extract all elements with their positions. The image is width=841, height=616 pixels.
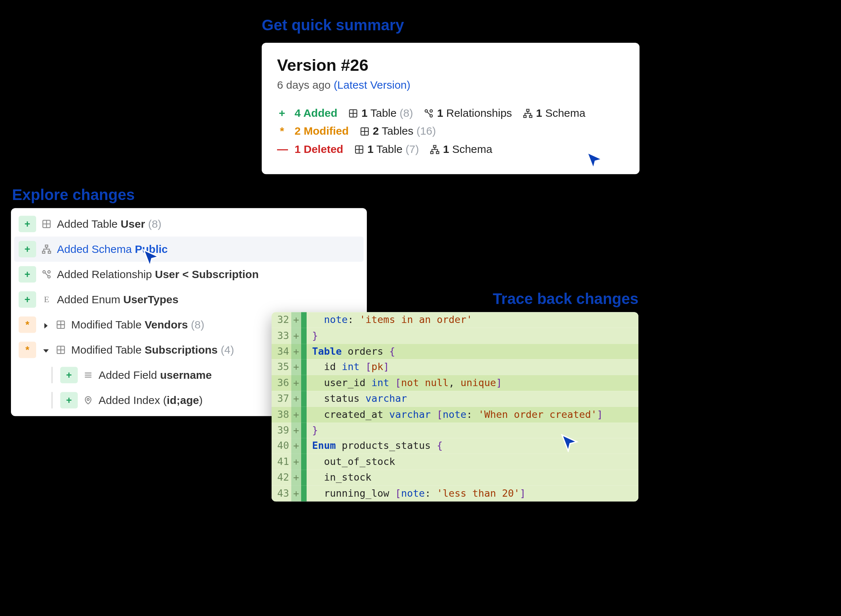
table-icon: [348, 109, 358, 118]
code-diff-panel: 32+ note: 'items in an order' 33+ } 34+ …: [272, 312, 638, 501]
svg-rect-17: [437, 151, 439, 154]
change-added-relationship[interactable]: + Added Relationship User < Subscription: [14, 262, 364, 287]
chevron-right-icon[interactable]: [42, 320, 50, 329]
table-icon: [360, 126, 369, 136]
code-line: 33+ }: [272, 328, 638, 343]
code-line: 43+ running_low [note: 'less than 20']: [272, 485, 638, 501]
svg-rect-23: [48, 251, 51, 253]
plus-icon: +: [19, 266, 36, 282]
change-added-enum[interactable]: + E Added Enum UserTypes: [14, 287, 364, 312]
table-icon: [354, 145, 364, 154]
field-icon: [83, 370, 93, 380]
plus-icon: +: [19, 241, 36, 257]
schema-icon: [430, 145, 440, 154]
schema-icon: [523, 109, 533, 118]
index-icon: [83, 395, 93, 405]
relationship-icon: [42, 269, 51, 279]
code-line: 36+ user_id int [not null, unique]: [272, 375, 638, 391]
latest-version-link[interactable]: (Latest Version): [334, 79, 410, 91]
table-icon: [42, 219, 51, 229]
svg-rect-21: [45, 245, 48, 248]
minus-icon: —: [277, 143, 287, 156]
svg-rect-15: [434, 145, 436, 147]
plus-icon: +: [60, 392, 78, 408]
svg-rect-7: [524, 115, 526, 117]
svg-rect-16: [431, 151, 433, 154]
summary-panel: Version #26 6 days ago (Latest Version) …: [262, 43, 640, 174]
deleted-count: 1 Deleted: [295, 143, 343, 156]
plus-icon: +: [19, 216, 36, 232]
svg-point-36: [87, 399, 90, 401]
change-added-table-user[interactable]: + Added Table User (8): [14, 211, 364, 236]
asterisk-icon: *: [19, 342, 36, 358]
code-line: 38+ created_at varchar [note: 'When orde…: [272, 406, 638, 422]
table-icon: [56, 345, 66, 355]
code-line: 39+ }: [272, 422, 638, 438]
modified-count: 2 Modified: [295, 125, 349, 138]
plus-icon: +: [19, 291, 36, 308]
svg-point-5: [430, 110, 433, 112]
code-line: 40+ Enum products_status {: [272, 438, 638, 454]
caption-summary: Get quick summary: [262, 16, 404, 34]
caption-trace: Trace back changes: [493, 290, 638, 308]
code-line: 32+ note: 'items in an order': [272, 312, 638, 328]
svg-rect-22: [43, 251, 45, 253]
asterisk-icon: *: [277, 125, 287, 138]
schema-icon: [42, 244, 51, 254]
caption-explore: Explore changes: [12, 186, 135, 204]
code-line: 35+ id int [pk]: [272, 359, 638, 375]
enum-icon: E: [42, 295, 51, 304]
code-line: 34+ Table orders {: [272, 344, 638, 359]
relationship-icon: [424, 109, 434, 118]
code-line: 37+ status varchar: [272, 391, 638, 406]
change-added-schema-public[interactable]: + Added Schema Public: [14, 236, 364, 262]
svg-point-26: [48, 271, 50, 273]
plus-icon: +: [60, 367, 78, 383]
plus-icon: +: [277, 107, 287, 120]
added-count: 4 Added: [295, 107, 337, 120]
version-age: 6 days ago: [277, 79, 331, 91]
table-icon: [56, 320, 66, 330]
code-line: 42+ in_stock: [272, 470, 638, 485]
summary-added-row: + 4 Added 1 Table (8) 1 Relationships: [277, 107, 624, 120]
svg-rect-6: [527, 109, 529, 111]
summary-modified-row: * 2 Modified 2 Tables (16): [277, 125, 624, 138]
svg-rect-8: [530, 115, 532, 117]
code-line: 41+ out_of_stock: [272, 454, 638, 470]
chevron-down-icon[interactable]: [42, 346, 50, 354]
summary-deleted-row: — 1 Deleted 1 Table (7) 1 Schema: [277, 143, 624, 156]
asterisk-icon: *: [19, 317, 36, 333]
version-title: Version #26: [277, 56, 624, 75]
